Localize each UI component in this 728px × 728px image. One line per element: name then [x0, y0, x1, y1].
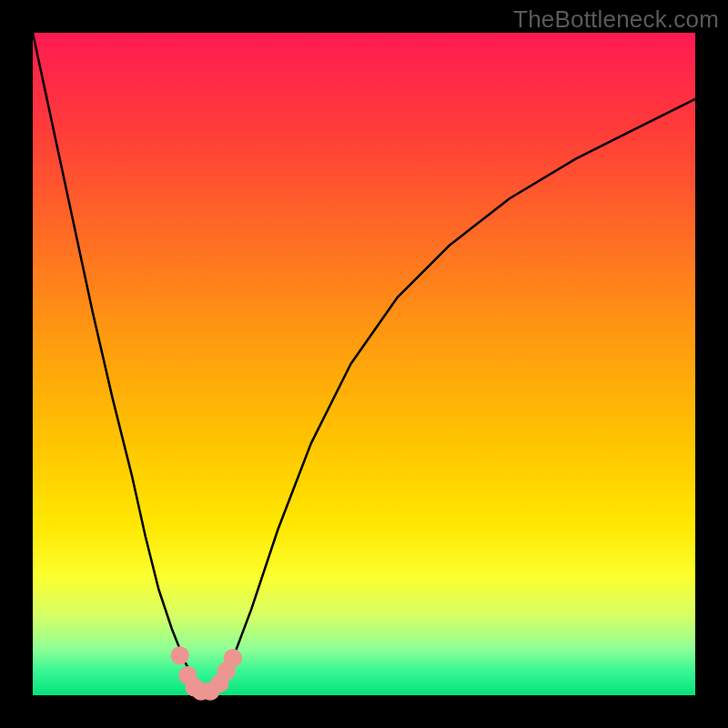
- frame: TheBottleneck.com: [0, 0, 728, 728]
- plot-area: [33, 33, 695, 695]
- optimum-band-markers: [170, 646, 242, 701]
- optimum-marker: [170, 646, 188, 664]
- watermark-text: TheBottleneck.com: [513, 5, 719, 34]
- optimum-marker: [224, 649, 242, 667]
- bottleneck-curve: [33, 33, 695, 695]
